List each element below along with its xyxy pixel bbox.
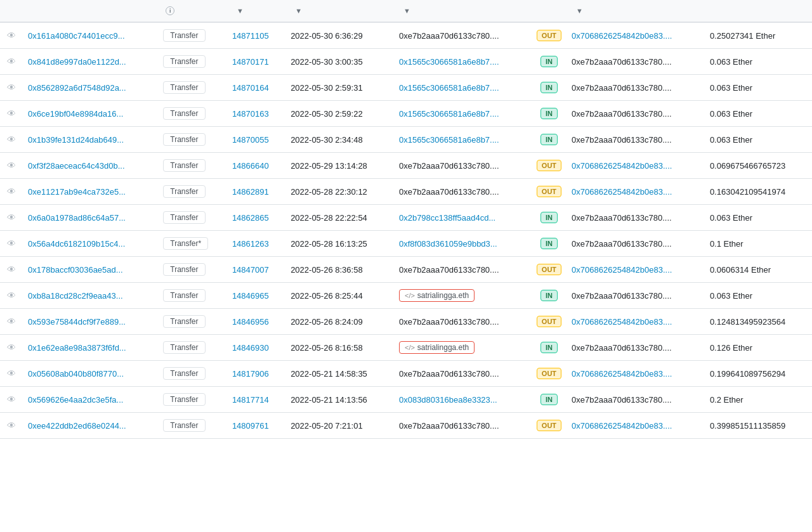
txn-hash-link[interactable]: 0x1e62ea8e98a3873f6fd... bbox=[28, 343, 126, 353]
datetime-cell: 2022-05-30 2:59:22 bbox=[285, 101, 394, 127]
ens-code-icon: </> bbox=[405, 292, 415, 299]
txn-hash-link[interactable]: 0xb8a18cd28c2f9eaa43... bbox=[28, 291, 123, 301]
block-link[interactable]: 14846930 bbox=[232, 343, 269, 353]
to-filter-icon[interactable]: ▼ bbox=[576, 7, 583, 15]
block-link[interactable]: 14862865 bbox=[232, 213, 269, 223]
eye-icon[interactable]: 👁 bbox=[7, 290, 16, 301]
txn-hash-link[interactable]: 0xe11217ab9e4ca732e5... bbox=[28, 187, 126, 197]
txn-hash-cell: 0x569626e4aa2dc3e5fa... bbox=[23, 387, 158, 413]
in-badge: IN bbox=[540, 108, 558, 119]
eye-cell: 👁 bbox=[0, 283, 23, 309]
block-link[interactable]: 14870171 bbox=[232, 57, 269, 67]
eye-icon[interactable]: 👁 bbox=[7, 82, 16, 93]
txn-hash-link[interactable]: 0x161a4080c74401ecc9... bbox=[28, 31, 125, 41]
from-link[interactable]: 0x1565c3066581a6e8b7.... bbox=[399, 135, 499, 145]
value-cell: 0.126 Ether bbox=[705, 335, 812, 361]
from-filter-icon[interactable]: ▼ bbox=[403, 7, 410, 15]
eye-icon[interactable]: 👁 bbox=[7, 160, 16, 171]
eye-icon[interactable]: 👁 bbox=[7, 368, 16, 379]
to-link[interactable]: 0x7068626254842b0e83.... bbox=[572, 421, 672, 431]
block-link[interactable]: 14871105 bbox=[232, 31, 269, 41]
block-link[interactable]: 14870055 bbox=[232, 135, 269, 145]
from-link[interactable]: 0x083d80316bea8e3323... bbox=[399, 395, 497, 405]
to-link[interactable]: 0x7068626254842b0e83.... bbox=[572, 317, 672, 327]
txn-hash-link[interactable]: 0x593e75844dcf9f7e889... bbox=[28, 317, 126, 327]
txn-hash-link[interactable]: 0x6a0a1978ad86c64a57... bbox=[28, 213, 126, 223]
ens-from-tag[interactable]: </>satrialingga.eth bbox=[399, 341, 475, 354]
block-filter-icon[interactable]: ▼ bbox=[237, 7, 244, 15]
value-text: 0.399851511135859 bbox=[710, 421, 785, 431]
block-link[interactable]: 14866640 bbox=[232, 161, 269, 171]
table-row: 👁0x6ce19bf04e8984da16...Transfer14870163… bbox=[0, 101, 812, 127]
eye-icon[interactable]: 👁 bbox=[7, 30, 16, 41]
in-badge: IN bbox=[540, 134, 558, 145]
block-cell: 14866640 bbox=[227, 153, 285, 179]
eye-icon[interactable]: 👁 bbox=[7, 108, 16, 119]
eye-icon[interactable]: 👁 bbox=[7, 394, 16, 405]
txn-hash-link[interactable]: 0x8562892a6d7548d92a... bbox=[28, 83, 126, 93]
eye-icon[interactable]: 👁 bbox=[7, 186, 16, 197]
block-link[interactable]: 14870164 bbox=[232, 83, 269, 93]
block-link[interactable]: 14862891 bbox=[232, 187, 269, 197]
to-cell: 0xe7b2aaa70d6133c780.... bbox=[566, 75, 705, 101]
from-link[interactable]: 0xf8f083d361059e9bbd3... bbox=[399, 239, 497, 249]
direction-cell: OUT bbox=[532, 153, 566, 179]
direction-cell: IN bbox=[532, 49, 566, 75]
out-badge: OUT bbox=[537, 186, 561, 197]
eye-cell: 👁 bbox=[0, 179, 23, 205]
from-link[interactable]: 0x2b798cc138ff5aad4cd... bbox=[399, 213, 495, 223]
eye-icon[interactable]: 👁 bbox=[7, 316, 16, 327]
block-link[interactable]: 14846956 bbox=[232, 317, 269, 327]
value-cell: 0.063 Ether bbox=[705, 127, 812, 153]
eye-cell: 👁 bbox=[0, 309, 23, 335]
eye-icon[interactable]: 👁 bbox=[7, 238, 16, 249]
to-address: 0xe7b2aaa70d6133c780.... bbox=[572, 83, 672, 93]
from-link[interactable]: 0x1565c3066581a6e8b7.... bbox=[399, 57, 499, 67]
from-cell: 0x1565c3066581a6e8b7.... bbox=[394, 49, 532, 75]
from-link[interactable]: 0x1565c3066581a6e8b7.... bbox=[399, 83, 499, 93]
txn-hash-link[interactable]: 0x178baccf03036ae5ad... bbox=[28, 265, 123, 275]
to-cell: 0xe7b2aaa70d6133c780.... bbox=[566, 283, 705, 309]
block-link[interactable]: 14847007 bbox=[232, 265, 269, 275]
datetime-filter-icon[interactable]: ▼ bbox=[295, 7, 302, 15]
block-link[interactable]: 14817714 bbox=[232, 395, 269, 405]
table-row: 👁0x569626e4aa2dc3e5fa...Transfer14817714… bbox=[0, 387, 812, 413]
from-link[interactable]: 0x1565c3066581a6e8b7.... bbox=[399, 109, 499, 119]
out-badge: OUT bbox=[537, 264, 561, 275]
out-badge: OUT bbox=[537, 160, 561, 171]
txn-hash-link[interactable]: 0x05608ab040b80f8770... bbox=[28, 369, 124, 379]
txn-hash-link[interactable]: 0xf3f28aeceac64c43d0b... bbox=[28, 161, 125, 171]
block-link[interactable]: 14861263 bbox=[232, 239, 269, 249]
datetime-cell: 2022-05-28 22:30:12 bbox=[285, 179, 394, 205]
eye-icon[interactable]: 👁 bbox=[7, 212, 16, 223]
txn-hash-cell: 0xb8a18cd28c2f9eaa43... bbox=[23, 283, 158, 309]
block-link[interactable]: 14870163 bbox=[232, 109, 269, 119]
txn-hash-link[interactable]: 0x1b39fe131d24dab649... bbox=[28, 135, 124, 145]
to-link[interactable]: 0x7068626254842b0e83.... bbox=[572, 265, 672, 275]
to-link[interactable]: 0x7068626254842b0e83.... bbox=[572, 161, 672, 171]
method-info-icon[interactable]: i bbox=[166, 6, 174, 15]
txn-hash-link[interactable]: 0x56a4dc6182109b15c4... bbox=[28, 239, 125, 249]
txn-hash-link[interactable]: 0x6ce19bf04e8984da16... bbox=[28, 109, 123, 119]
eye-icon[interactable]: 👁 bbox=[7, 420, 16, 431]
ens-from-tag[interactable]: </>satrialingga.eth bbox=[399, 289, 475, 302]
txn-hash-link[interactable]: 0x569626e4aa2dc3e5fa... bbox=[28, 395, 123, 405]
txn-hash-link[interactable]: 0x841d8e997da0e1122d... bbox=[28, 57, 126, 67]
to-link[interactable]: 0x7068626254842b0e83.... bbox=[572, 31, 672, 41]
value-text: 0.063 Ether bbox=[710, 109, 752, 119]
to-link[interactable]: 0x7068626254842b0e83.... bbox=[572, 369, 672, 379]
eye-icon[interactable]: 👁 bbox=[7, 56, 16, 67]
to-link[interactable]: 0x7068626254842b0e83.... bbox=[572, 187, 672, 197]
from-address: 0xe7b2aaa70d6133c780.... bbox=[399, 161, 499, 171]
eye-icon[interactable]: 👁 bbox=[7, 134, 16, 145]
block-link[interactable]: 14846965 bbox=[232, 291, 269, 301]
block-link[interactable]: 14817906 bbox=[232, 369, 269, 379]
eye-icon[interactable]: 👁 bbox=[7, 264, 16, 275]
txn-hash-link[interactable]: 0xee422ddb2ed68e0244... bbox=[28, 421, 126, 431]
value-cell: 0.25027341 Ether bbox=[705, 22, 812, 49]
eye-icon[interactable]: 👁 bbox=[7, 342, 16, 353]
value-cell: 0.399851511135859 bbox=[705, 413, 812, 439]
from-cell: 0xe7b2aaa70d6133c780.... bbox=[394, 309, 532, 335]
block-link[interactable]: 14809761 bbox=[232, 421, 269, 431]
value-text: 0.163042109541974 bbox=[710, 187, 785, 197]
